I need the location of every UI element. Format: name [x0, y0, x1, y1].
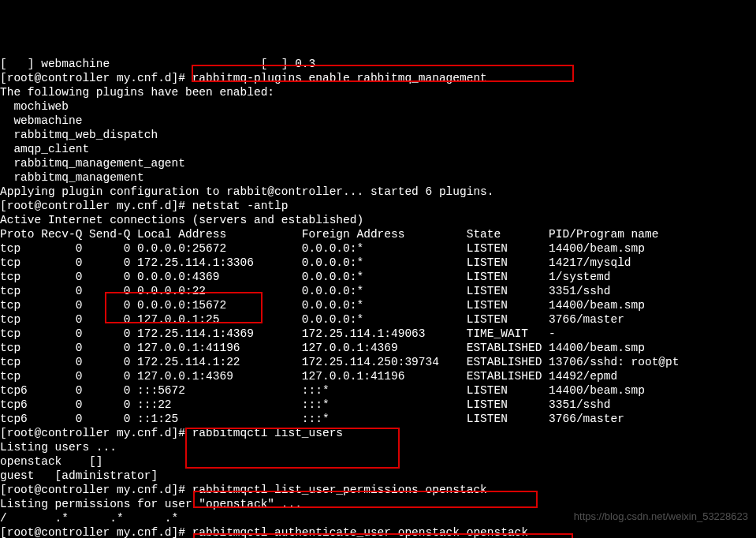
terminal-line: tcp 0 0 127.0.0.1:4369 127.0.0.1:41196 E… — [0, 369, 756, 383]
terminal-line: openstack [] — [0, 454, 756, 469]
terminal-line: tcp 0 0 0.0.0.0:4369 0.0.0.0:* LISTEN 1/… — [0, 270, 756, 284]
terminal-line: guest [administrator] — [0, 469, 756, 483]
terminal-line: rabbitmq_management_agent — [0, 156, 756, 170]
terminal-line: tcp 0 0 127.0.0.1:25 0.0.0.0:* LISTEN 37… — [0, 312, 756, 327]
terminal-line: tcp 0 0 172.25.114.1:3306 0.0.0.0:* LIST… — [0, 256, 756, 270]
terminal-line: amqp_client — [0, 142, 756, 156]
terminal-line: tcp6 0 0 ::1:25 :::* LISTEN 3766/master — [0, 412, 756, 426]
terminal-line: / .* .* .* — [0, 511, 756, 525]
terminal-line: Listing users ... — [0, 440, 756, 454]
terminal-line: tcp 0 0 0.0.0.0:25672 0.0.0.0:* LISTEN 1… — [0, 241, 756, 256]
terminal-line: tcp 0 0 0.0.0.0:15672 0.0.0.0:* LISTEN 1… — [0, 298, 756, 312]
terminal-line: [root@controller my.cnf.d]# rabbitmq-plu… — [0, 71, 756, 85]
terminal-line: [ ] webmachine [ ] 0.3 — [0, 57, 756, 71]
terminal-output: [ ] webmachine [ ] 0.3[root@controller m… — [0, 57, 756, 538]
terminal-line: [root@controller my.cnf.d]# netstat -ant… — [0, 199, 756, 213]
terminal-line: tcp 0 0 127.0.0.1:41196 127.0.0.1:4369 E… — [0, 341, 756, 355]
terminal-line: webmachine — [0, 114, 756, 128]
terminal-line: rabbitmq_management — [0, 170, 756, 185]
terminal-line: The following plugins have been enabled: — [0, 85, 756, 99]
terminal-line: mochiweb — [0, 99, 756, 114]
terminal-line: [root@controller my.cnf.d]# rabbitmqctl … — [0, 525, 756, 538]
terminal-line: Listing permissions for user "openstack"… — [0, 497, 756, 511]
terminal-line: [root@controller my.cnf.d]# rabbitmqctl … — [0, 426, 756, 440]
terminal-line: tcp 0 0 0.0.0.0:22 0.0.0.0:* LISTEN 3351… — [0, 284, 756, 298]
terminal-line: tcp 0 0 172.25.114.1:22 172.25.114.250:3… — [0, 355, 756, 369]
terminal-line: tcp6 0 0 :::22 :::* LISTEN 3351/sshd — [0, 398, 756, 412]
terminal-line: tcp 0 0 172.25.114.1:4369 172.25.114.1:4… — [0, 327, 756, 341]
terminal-line: Active Internet connections (servers and… — [0, 213, 756, 227]
terminal-line: [root@controller my.cnf.d]# rabbitmqctl … — [0, 483, 756, 497]
terminal-line: Applying plugin configuration to rabbit@… — [0, 185, 756, 199]
terminal-line: tcp6 0 0 :::5672 :::* LISTEN 14400/beam.… — [0, 383, 756, 398]
terminal-line: Proto Recv-Q Send-Q Local Address Foreig… — [0, 227, 756, 241]
terminal-line: rabbitmq_web_dispatch — [0, 128, 756, 142]
